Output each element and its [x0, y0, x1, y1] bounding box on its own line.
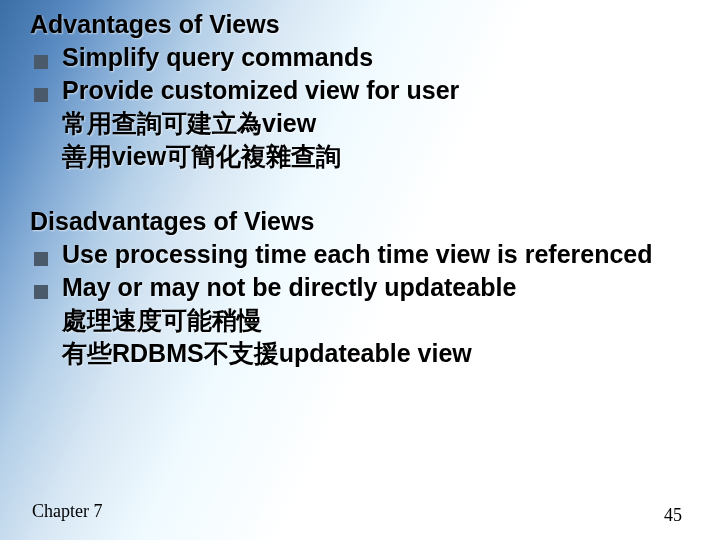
list-item: Use processing time each time view is re…	[30, 238, 690, 271]
sub-text: 善用view可簡化複雜查詢	[62, 140, 690, 173]
disadvantages-list: Use processing time each time view is re…	[30, 238, 690, 370]
bullet-text: Use processing time each time view is re…	[62, 238, 653, 271]
disadvantages-title: Disadvantages of Views	[30, 207, 690, 236]
bullet-square-icon	[34, 285, 48, 299]
list-item: Simplify query commands	[30, 41, 690, 74]
bullet-square-icon	[34, 55, 48, 69]
bullet-text: May or may not be directly updateable	[62, 271, 516, 304]
bullet-square-icon	[34, 88, 48, 102]
slide-content: Advantages of Views Simplify query comma…	[0, 0, 720, 370]
advantages-list: Simplify query commands Provide customiz…	[30, 41, 690, 173]
list-item: Provide customized view for user	[30, 74, 690, 107]
footer-page-number: 45	[664, 505, 682, 526]
bullet-text: Simplify query commands	[62, 41, 373, 74]
sub-text: 處理速度可能稍慢	[62, 304, 690, 337]
bullet-text: Provide customized view for user	[62, 74, 459, 107]
advantages-title: Advantages of Views	[30, 10, 690, 39]
bullet-square-icon	[34, 252, 48, 266]
sub-text: 有些RDBMS不支援updateable view	[62, 337, 690, 370]
sub-text: 常用查詢可建立為view	[62, 107, 690, 140]
list-item: May or may not be directly updateable	[30, 271, 690, 304]
footer-chapter: Chapter 7	[32, 501, 102, 522]
